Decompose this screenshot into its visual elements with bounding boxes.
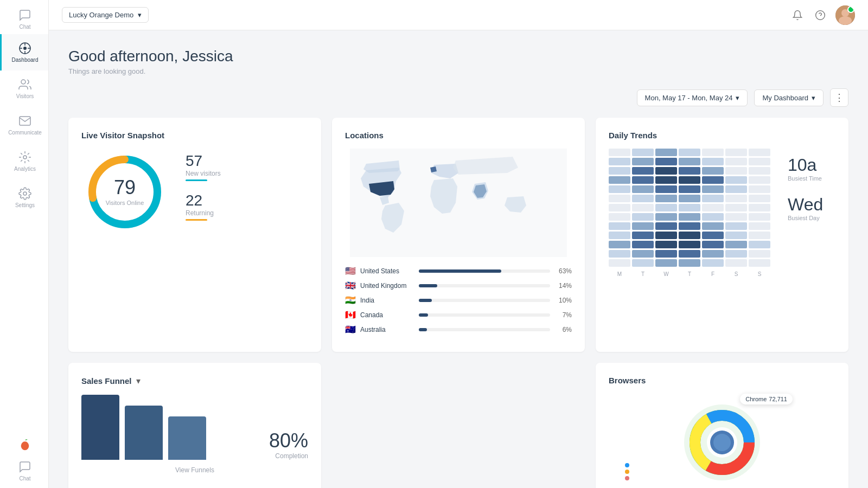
more-icon: ⋮ bbox=[834, 92, 844, 104]
country-name: India bbox=[360, 297, 414, 304]
trends-cell bbox=[609, 213, 630, 221]
trends-cell bbox=[679, 259, 700, 267]
trends-cell bbox=[679, 232, 700, 239]
site-selector[interactable]: Lucky Orange Demo ▾ bbox=[62, 7, 149, 23]
trends-cell bbox=[702, 259, 724, 267]
busiest-time-stat: 10a Busiest Time bbox=[788, 155, 835, 182]
sidebar-item-chat-bottom[interactable]: Chat bbox=[0, 456, 48, 488]
trends-grid bbox=[609, 149, 770, 267]
content-area: Good afternoon, Jessica Things are looki… bbox=[49, 30, 868, 488]
trends-day-label: W bbox=[655, 271, 677, 277]
country-flag: 🇬🇧 bbox=[345, 280, 356, 291]
country-pct: 6% bbox=[554, 326, 572, 333]
funnel-pct: 80% bbox=[269, 429, 308, 452]
trends-cell bbox=[749, 195, 770, 202]
sidebar-item-chat-top[interactable]: Chat bbox=[0, 0, 48, 34]
trends-cell bbox=[609, 222, 630, 230]
trends-cell bbox=[725, 176, 747, 184]
trends-cell bbox=[609, 158, 630, 165]
live-visitor-inner: 79 Visitors Online 57 New visitors 22 bbox=[81, 149, 308, 235]
trends-cell bbox=[632, 241, 654, 248]
bottom-cards-grid: Sales Funnel ▾ 80% Completion View Funne… bbox=[68, 363, 848, 488]
sidebar-item-dashboard[interactable]: Dashboard bbox=[0, 34, 48, 70]
trends-cell bbox=[725, 259, 747, 267]
date-range-label: Mon, May 17 - Mon, May 24 bbox=[645, 94, 733, 102]
svg-point-9 bbox=[21, 441, 29, 450]
trends-cell bbox=[609, 241, 630, 248]
dashboard-selector[interactable]: My Dashboard ▾ bbox=[754, 89, 824, 106]
svg-point-6 bbox=[21, 80, 25, 84]
trends-cell bbox=[725, 204, 747, 211]
trends-cell bbox=[725, 250, 747, 258]
country-bar bbox=[419, 328, 427, 331]
country-flag: 🇦🇺 bbox=[345, 324, 356, 335]
trends-cell bbox=[725, 158, 747, 165]
trends-cell bbox=[749, 232, 770, 239]
trends-cell bbox=[655, 149, 677, 156]
sidebar-item-settings[interactable]: Settings bbox=[0, 179, 48, 216]
daily-trends-title: Daily Trends bbox=[609, 131, 835, 140]
funnel-pct-label: Completion bbox=[269, 452, 308, 460]
user-avatar[interactable] bbox=[835, 5, 855, 25]
trends-cell bbox=[609, 185, 630, 193]
country-pct: 10% bbox=[554, 297, 572, 304]
help-icon[interactable] bbox=[813, 8, 828, 23]
analytics-icon bbox=[18, 151, 31, 164]
trends-cell bbox=[725, 195, 747, 202]
trends-cell bbox=[679, 222, 700, 230]
date-range-selector[interactable]: Mon, May 17 - Mon, May 24 ▾ bbox=[637, 89, 748, 106]
trends-cell bbox=[749, 250, 770, 258]
funnel-completion: 80% Completion bbox=[269, 429, 308, 460]
page-title: Good afternoon, Jessica bbox=[68, 48, 848, 65]
trends-cell bbox=[632, 195, 654, 202]
sidebar-communicate-label: Communicate bbox=[8, 130, 42, 136]
sidebar-item-analytics[interactable]: Analytics bbox=[0, 143, 48, 179]
trends-cell bbox=[749, 259, 770, 267]
browser-count: 72,711 bbox=[769, 396, 787, 402]
sidebar-item-communicate[interactable]: Communicate bbox=[0, 107, 48, 143]
trends-cell bbox=[632, 259, 654, 267]
funnel-bar-2 bbox=[125, 406, 163, 460]
country-name: Canada bbox=[360, 311, 414, 319]
returning-count: 22 bbox=[186, 192, 221, 209]
trends-cell bbox=[679, 195, 700, 202]
country-item: 🇬🇧 United Kingdom 14% bbox=[345, 280, 572, 291]
chat-bottom-icon bbox=[18, 460, 31, 473]
trends-cell bbox=[749, 185, 770, 193]
trends-cell bbox=[655, 232, 677, 239]
dashboard-icon bbox=[18, 42, 31, 55]
trends-day-label: T bbox=[632, 271, 654, 277]
funnel-bar-3 bbox=[168, 416, 206, 460]
country-flag: 🇮🇳 bbox=[345, 295, 356, 305]
funnel-arrow-icon[interactable]: ▾ bbox=[136, 376, 141, 386]
svg-point-10 bbox=[816, 10, 825, 20]
view-funnels-link[interactable]: View Funnels bbox=[81, 466, 308, 474]
trends-cell bbox=[679, 250, 700, 258]
toolbar: Mon, May 17 - Mon, May 24 ▾ My Dashboard… bbox=[68, 88, 848, 107]
trends-cell bbox=[702, 213, 724, 221]
sidebar-visitors-label: Visitors bbox=[16, 93, 34, 99]
busiest-day-value: Wed bbox=[788, 195, 835, 215]
trends-cell bbox=[749, 149, 770, 156]
notification-icon[interactable] bbox=[790, 8, 805, 23]
country-flag: 🇺🇸 bbox=[345, 266, 356, 276]
trends-cell bbox=[609, 149, 630, 156]
new-bar bbox=[186, 179, 207, 181]
svg-point-7 bbox=[23, 156, 27, 159]
sidebar-analytics-label: Analytics bbox=[14, 166, 36, 172]
trends-cell bbox=[725, 167, 747, 175]
trends-cell bbox=[702, 250, 724, 258]
donut-chart: 79 Visitors Online bbox=[81, 149, 168, 235]
live-visitor-card: Live Visitor Snapshot 79 bbox=[68, 118, 321, 352]
visitor-stats: 57 New visitors 22 Returning bbox=[186, 152, 221, 232]
trends-day-label: S bbox=[725, 271, 747, 277]
sidebar-item-visitors[interactable]: Visitors bbox=[0, 70, 48, 107]
trends-cell bbox=[679, 149, 700, 156]
country-list: 🇺🇸 United States 63% 🇬🇧 United Kingdom 1… bbox=[345, 266, 572, 335]
trends-cell bbox=[632, 250, 654, 258]
country-bar-bg bbox=[419, 299, 550, 302]
trends-cell bbox=[679, 241, 700, 248]
topbar-icons bbox=[790, 5, 855, 25]
funnel-bar-1 bbox=[81, 395, 119, 460]
more-menu-button[interactable]: ⋮ bbox=[830, 88, 848, 107]
